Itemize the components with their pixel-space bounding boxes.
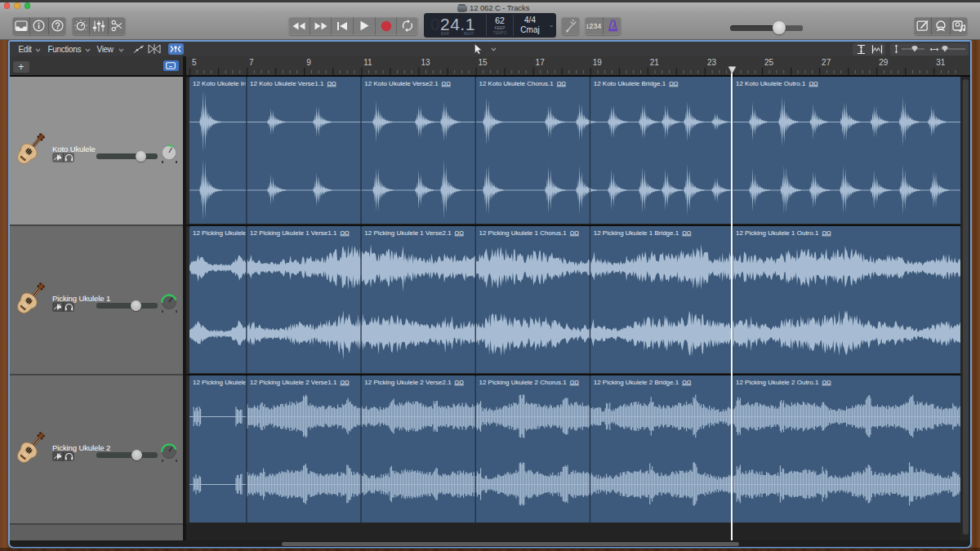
svg-text:15: 15	[479, 58, 488, 67]
svg-text:12 Picking Ukulele 1 Verse1.1Ω: 12 Picking Ukulele 1 Verse1.1ΩΩ	[250, 229, 350, 237]
svg-text:21: 21	[650, 58, 660, 67]
svg-text:17: 17	[536, 58, 546, 67]
svg-text:12 Picking Ukulele 2 Outro.1ΩΩ: 12 Picking Ukulele 2 Outro.1ΩΩ	[736, 379, 831, 386]
svg-text:12 Koto Ukulele Intr: 12 Koto Ukulele Intr	[193, 80, 251, 87]
svg-text:12 Picking Ukulele 1 Chorus.1Ω: 12 Picking Ukulele 1 Chorus.1ΩΩ	[479, 229, 580, 237]
svg-text:23: 23	[707, 58, 717, 67]
svg-text:19: 19	[593, 58, 603, 67]
svg-text:9: 9	[306, 58, 311, 67]
svg-text:12 Picking Ukulele 1 Verse2.1Ω: 12 Picking Ukulele 1 Verse2.1ΩΩ	[364, 229, 464, 237]
svg-text:12 Koto Ukulele Bridge.1ΩΩ: 12 Koto Ukulele Bridge.1ΩΩ	[594, 80, 679, 87]
svg-text:12 Picking Ukulele 2 Verse1.1Ω: 12 Picking Ukulele 2 Verse1.1ΩΩ	[250, 379, 350, 386]
svg-text:25: 25	[764, 58, 774, 67]
svg-text:11: 11	[363, 58, 372, 67]
svg-text:12 Picking Ukulele 2 Bridge.1Ω: 12 Picking Ukulele 2 Bridge.1ΩΩ	[594, 379, 692, 386]
svg-text:12 Picking Ukulele 1 Bridge.1Ω: 12 Picking Ukulele 1 Bridge.1ΩΩ	[594, 229, 692, 237]
svg-text:31: 31	[936, 58, 946, 67]
svg-text:12 Picking Ukulele 1: 12 Picking Ukulele 1	[193, 229, 252, 237]
svg-text:12 Picking Ukulele 2 Verse2.1Ω: 12 Picking Ukulele 2 Verse2.1ΩΩ	[364, 379, 464, 386]
svg-text:27: 27	[822, 58, 831, 67]
svg-text:12 Koto Ukulele Chorus.1ΩΩ: 12 Koto Ukulele Chorus.1ΩΩ	[479, 80, 567, 87]
svg-text:29: 29	[879, 58, 889, 67]
svg-text:12 Picking Ukulele 2 Chorus.1Ω: 12 Picking Ukulele 2 Chorus.1ΩΩ	[479, 379, 580, 386]
svg-text:12 Koto Ukulele Verse2.1ΩΩ: 12 Koto Ukulele Verse2.1ΩΩ	[364, 80, 451, 87]
svg-text:7: 7	[249, 58, 254, 67]
svg-text:5: 5	[192, 58, 197, 67]
svg-text:12 Koto Ukulele Verse1.1ΩΩ: 12 Koto Ukulele Verse1.1ΩΩ	[250, 80, 336, 87]
svg-text:12 Picking Ukulele 2: 12 Picking Ukulele 2	[193, 379, 252, 386]
svg-text:12 Picking Ukulele 1 Outro.1ΩΩ: 12 Picking Ukulele 1 Outro.1ΩΩ	[736, 229, 831, 237]
svg-text:13: 13	[421, 58, 430, 67]
